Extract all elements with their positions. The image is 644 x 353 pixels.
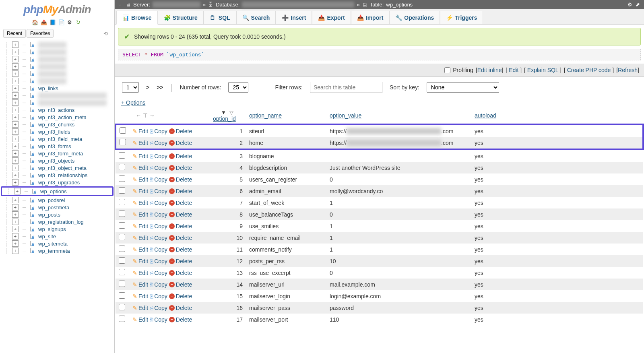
- col-option-id[interactable]: option_id: [213, 116, 236, 122]
- delete-link[interactable]: − Delete: [169, 211, 192, 218]
- row-checkbox[interactable]: [119, 304, 125, 310]
- recent-button[interactable]: Recent: [3, 29, 26, 38]
- logo[interactable]: phpMyAdmin: [0, 0, 114, 18]
- row-checkbox[interactable]: [119, 199, 125, 205]
- expand-icon[interactable]: +: [12, 107, 19, 113]
- settings-icon[interactable]: ⚙: [67, 19, 74, 26]
- delete-link[interactable]: − Delete: [169, 293, 192, 299]
- row-checkbox[interactable]: [119, 316, 125, 322]
- row-checkbox[interactable]: [120, 127, 126, 134]
- expand-icon[interactable]: +: [12, 233, 19, 239]
- expand-icon[interactable]: +: [12, 63, 19, 70]
- copy-link[interactable]: ⎘ Copy: [150, 165, 167, 171]
- tree-item[interactable]: ┆+─wp_site: [0, 233, 114, 240]
- row-checkbox[interactable]: [119, 152, 125, 159]
- tree-item[interactable]: ┆+─xxxxx: [0, 41, 114, 48]
- copy-link[interactable]: ⎘ Copy: [150, 235, 167, 241]
- tree-item[interactable]: ┆+─wp_nf3_objects: [0, 157, 114, 164]
- tree-item[interactable]: ┆+─wp_nf3_forms: [0, 142, 114, 150]
- edit-link[interactable]: ✎ Edit: [132, 128, 148, 134]
- tree-item[interactable]: ┆+─wp_nf3_chunks: [0, 121, 114, 128]
- edit-link[interactable]: Edit: [509, 67, 518, 73]
- edit-link[interactable]: ✎ Edit: [132, 153, 148, 159]
- rows-select[interactable]: 25: [228, 82, 248, 93]
- expand-icon[interactable]: +: [12, 179, 19, 186]
- edit-link[interactable]: ✎ Edit: [132, 235, 148, 241]
- row-checkbox[interactable]: [119, 246, 125, 252]
- row-checkbox[interactable]: [119, 187, 125, 194]
- tab-browse[interactable]: 📊Browse: [116, 11, 158, 25]
- row-checkbox[interactable]: [119, 269, 125, 275]
- col-option-name[interactable]: option_name: [249, 112, 282, 119]
- delete-link[interactable]: − Delete: [169, 258, 192, 264]
- expand-icon[interactable]: +: [14, 188, 21, 194]
- copy-link[interactable]: ⎘ Copy: [150, 316, 167, 323]
- edit-link[interactable]: ✎ Edit: [132, 281, 148, 288]
- tree-item[interactable]: ┆+─xxxxx: [0, 70, 114, 77]
- copy-link[interactable]: ⎘ Copy: [150, 211, 167, 218]
- delete-link[interactable]: − Delete: [169, 176, 192, 183]
- expand-icon[interactable]: +: [12, 150, 19, 157]
- expand-icon[interactable]: +: [12, 197, 19, 203]
- edit-link[interactable]: ✎ Edit: [132, 246, 148, 253]
- tab-sql[interactable]: 🗒SQL: [204, 11, 236, 24]
- expand-icon[interactable]: +: [12, 128, 19, 135]
- tab-triggers[interactable]: ⚡Triggers: [440, 11, 483, 24]
- expand-icon[interactable]: +: [12, 226, 19, 232]
- tree-item[interactable]: ┆+─wp_postmeta: [0, 204, 114, 211]
- expand-icon[interactable]: +: [12, 85, 19, 91]
- sort-indicator[interactable]: ▼▽: [221, 109, 233, 116]
- delete-link[interactable]: − Delete: [169, 128, 192, 134]
- expand-icon[interactable]: +: [12, 136, 19, 142]
- copy-link[interactable]: ⎘ Copy: [150, 246, 167, 253]
- tree-item[interactable]: ┆+─wp_options: [1, 186, 114, 196]
- tree-item[interactable]: ┆+─wp_nf3_relationships: [0, 171, 114, 179]
- edit-link[interactable]: ✎ Edit: [132, 140, 148, 146]
- expand-icon[interactable]: +: [12, 240, 19, 247]
- edit-link[interactable]: ✎ Edit: [132, 165, 148, 171]
- expand-icon[interactable]: +: [12, 211, 19, 218]
- copy-link[interactable]: ⎘ Copy: [150, 223, 167, 229]
- col-option-value[interactable]: option_value: [330, 112, 361, 119]
- tree-item[interactable]: ┆+─wp_nf3_field_meta: [0, 135, 114, 142]
- col-autoload[interactable]: autoload: [475, 112, 496, 119]
- edit-link[interactable]: ✎ Edit: [132, 188, 148, 194]
- filter-input[interactable]: [310, 82, 382, 93]
- edit-inline-link[interactable]: Edit inline: [477, 67, 502, 73]
- expand-icon[interactable]: +: [12, 172, 19, 178]
- tab-insert[interactable]: ➕Insert: [276, 11, 312, 24]
- expand-icon[interactable]: +: [12, 121, 19, 128]
- edit-link[interactable]: ✎ Edit: [132, 305, 148, 311]
- copy-link[interactable]: ⎘ Copy: [150, 293, 167, 299]
- edit-link[interactable]: ✎ Edit: [132, 258, 148, 264]
- copy-link[interactable]: ⎘ Copy: [150, 305, 167, 311]
- copy-link[interactable]: ⎘ Copy: [150, 281, 167, 288]
- tree-item[interactable]: ┆+─wp_registration_log: [0, 218, 114, 225]
- tree-item[interactable]: ┆+─xxxxx: [0, 56, 114, 63]
- expand-icon[interactable]: +: [12, 248, 19, 254]
- delete-link[interactable]: − Delete: [169, 246, 192, 253]
- row-checkbox[interactable]: [119, 292, 125, 299]
- tab-export[interactable]: 📤Export: [312, 11, 351, 24]
- edit-link[interactable]: ✎ Edit: [132, 200, 148, 206]
- next-page-button[interactable]: >: [146, 84, 149, 91]
- bc-table-value[interactable]: wp_options: [386, 2, 413, 8]
- row-move-arrows[interactable]: ← ⊤ →: [132, 111, 206, 120]
- tree-item[interactable]: ┆+─xxxxx: [0, 63, 114, 70]
- row-checkbox[interactable]: [119, 175, 125, 182]
- sort-key-select[interactable]: None: [427, 82, 499, 93]
- page-select[interactable]: 1: [122, 82, 139, 93]
- reload-icon[interactable]: ↻: [76, 19, 83, 26]
- bc-server-value[interactable]: xxxxxx: [153, 2, 200, 8]
- tree-item[interactable]: ┆+─wp_sitemeta: [0, 240, 114, 247]
- expand-icon[interactable]: +: [12, 56, 19, 62]
- home-icon[interactable]: 🏠: [32, 19, 38, 26]
- tree-item[interactable]: ┆+─wp_nf3_upgrades: [0, 179, 114, 186]
- edit-link[interactable]: ✎ Edit: [132, 176, 148, 183]
- tree-item[interactable]: ┆+─wp_nf3_actions: [0, 106, 114, 114]
- tree-item[interactable]: ┆+─wp_podsrel: [0, 196, 114, 204]
- expand-icon[interactable]: +: [12, 157, 19, 164]
- options-toggle[interactable]: + Options: [115, 98, 152, 107]
- copy-link[interactable]: ⎘ Copy: [150, 200, 167, 206]
- edit-link[interactable]: ✎ Edit: [132, 316, 148, 323]
